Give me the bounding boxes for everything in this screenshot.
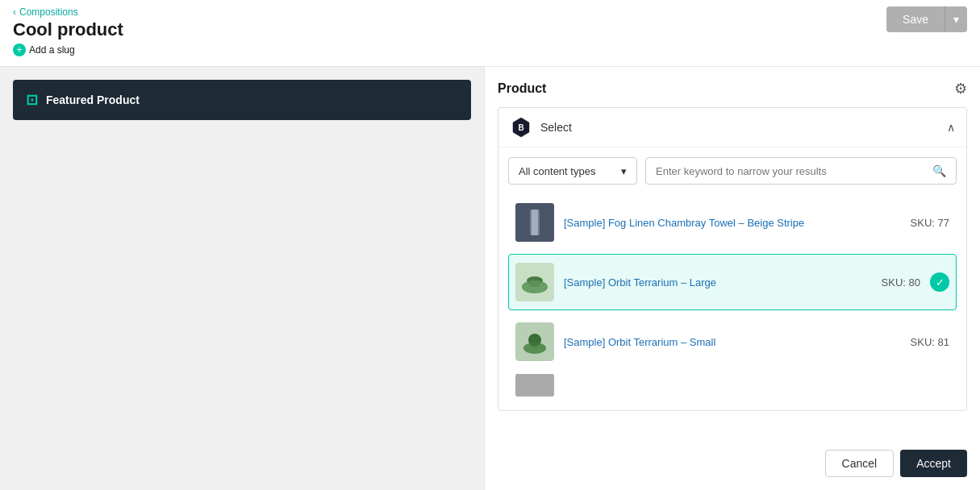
product-section-title: Product <box>498 81 546 96</box>
svg-rect-5 <box>532 210 538 235</box>
list-item[interactable]: [Sample] Fog Linen Chambray Towel – Beig… <box>508 194 957 251</box>
search-icon: 🔍 <box>932 164 946 177</box>
product-name: [Sample] Fog Linen Chambray Towel – Beig… <box>564 217 911 229</box>
monitor-icon: ⊡ <box>26 91 38 109</box>
save-dropdown-button[interactable]: ▾ <box>945 6 967 32</box>
header: ‹ Compositions Cool product + Add a slug… <box>0 0 980 67</box>
select-box: B Select ∧ All content types ▾ <box>498 107 967 411</box>
footer-buttons: Cancel Accept <box>498 440 967 477</box>
product-sku: SKU: 80 <box>882 276 920 289</box>
list-item[interactable] <box>508 373 957 397</box>
product-sku: SKU: 81 <box>911 336 949 348</box>
product-image <box>515 373 554 397</box>
right-panel: Product ⚙ B Select ∧ <box>484 67 980 490</box>
search-input[interactable] <box>656 165 926 177</box>
bigcommerce-icon: B <box>510 116 532 139</box>
product-image <box>515 322 554 361</box>
product-list: [Sample] Fog Linen Chambray Towel – Beig… <box>508 194 957 401</box>
featured-product-block[interactable]: ⊡ Featured Product <box>13 80 471 120</box>
svg-text:B: B <box>518 123 523 132</box>
product-info: [Sample] Orbit Terrarium – Large <box>564 276 882 289</box>
product-image <box>515 203 554 242</box>
main-content: ⊡ Featured Product Product ⚙ B <box>0 67 980 490</box>
product-info: [Sample] Orbit Terrarium – Small <box>564 336 911 348</box>
product-sku: SKU: 77 <box>911 217 949 229</box>
header-right: Save ▾ <box>886 6 967 32</box>
add-slug-label: Add a slug <box>29 44 75 56</box>
svg-rect-15 <box>515 373 554 397</box>
svg-point-10 <box>522 280 548 293</box>
accept-button[interactable]: Accept <box>900 450 967 477</box>
page-title: Cool product <box>13 19 123 40</box>
select-label: Select <box>540 121 572 134</box>
chevron-up-icon: ∧ <box>947 121 955 134</box>
breadcrumb-arrow-icon: ‹ <box>13 6 16 18</box>
filter-row: All content types ▾ 🔍 <box>508 157 957 185</box>
selected-check-icon: ✓ <box>930 272 949 292</box>
list-item[interactable]: [Sample] Orbit Terrarium – Small SKU: 81 <box>508 314 957 370</box>
select-header-left: B Select <box>510 116 572 139</box>
list-item[interactable]: [Sample] Orbit Terrarium – Large SKU: 80… <box>508 254 957 310</box>
featured-product-label: Featured Product <box>46 93 140 106</box>
search-box: 🔍 <box>645 157 957 185</box>
breadcrumb[interactable]: ‹ Compositions <box>13 6 123 18</box>
add-slug-button[interactable]: + Add a slug <box>13 44 123 56</box>
product-image <box>515 263 554 301</box>
product-info: [Sample] Fog Linen Chambray Towel – Beig… <box>564 217 911 229</box>
dropdown-content: All content types ▾ 🔍 <box>498 147 966 410</box>
content-type-select[interactable]: All content types ▾ <box>508 157 637 185</box>
right-panel-header: Product ⚙ <box>498 80 967 98</box>
add-slug-icon: + <box>13 44 26 56</box>
breadcrumb-label: Compositions <box>19 6 78 18</box>
product-name: [Sample] Orbit Terrarium – Large <box>564 276 882 289</box>
chevron-down-icon: ▾ <box>953 13 959 26</box>
chevron-down-icon: ▾ <box>621 165 627 177</box>
gear-icon[interactable]: ⚙ <box>954 80 967 98</box>
left-panel: ⊡ Featured Product <box>0 67 484 490</box>
select-header[interactable]: B Select ∧ <box>498 108 966 147</box>
product-name: [Sample] Orbit Terrarium – Small <box>564 336 911 348</box>
header-left: ‹ Compositions Cool product + Add a slug <box>13 6 123 56</box>
save-button[interactable]: Save <box>886 6 945 32</box>
svg-point-14 <box>523 343 546 354</box>
content-type-label: All content types <box>519 165 595 177</box>
cancel-button[interactable]: Cancel <box>825 450 895 477</box>
